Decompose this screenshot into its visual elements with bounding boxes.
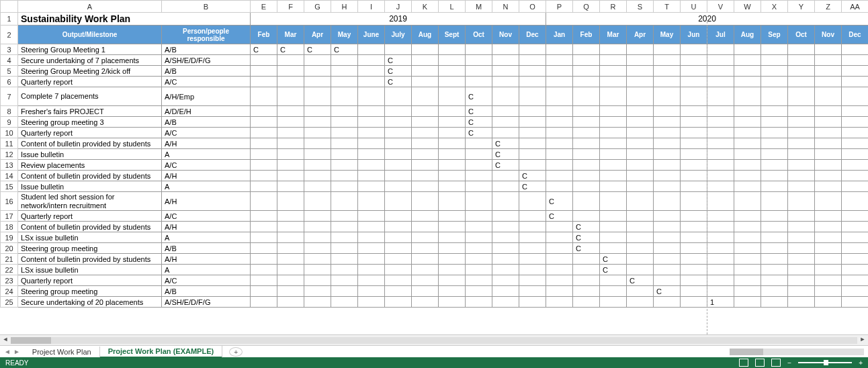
scroll-left-icon[interactable]: ◄ xyxy=(0,336,11,345)
output-cell[interactable]: Issue bulletin xyxy=(18,149,162,160)
month-cell[interactable] xyxy=(492,254,519,265)
month-cell[interactable] xyxy=(654,181,681,192)
month-cell[interactable] xyxy=(358,87,385,106)
month-cell[interactable] xyxy=(412,149,439,160)
month-cell[interactable] xyxy=(761,192,788,211)
month-cell[interactable] xyxy=(546,128,573,138)
month-cell[interactable] xyxy=(439,55,466,66)
output-cell[interactable]: Steering group meeting xyxy=(18,243,162,254)
select-all-cell[interactable] xyxy=(1,1,18,13)
month-cell[interactable] xyxy=(842,128,869,138)
month-cell[interactable] xyxy=(412,171,439,181)
month-cell[interactable] xyxy=(654,117,681,128)
page-title[interactable]: Sustainability Work Plan xyxy=(18,13,251,26)
month-cell[interactable] xyxy=(842,149,869,160)
month-cell[interactable] xyxy=(304,275,331,286)
month-cell[interactable] xyxy=(681,44,707,55)
month-cell[interactable] xyxy=(815,286,842,297)
month-cell[interactable] xyxy=(761,44,788,55)
month-cell[interactable] xyxy=(358,243,385,254)
output-cell[interactable]: Secure undertaking of 7 placements xyxy=(18,55,162,66)
month-cell[interactable] xyxy=(439,66,466,77)
month-cell[interactable]: C xyxy=(251,44,277,55)
month-cell[interactable] xyxy=(492,87,519,106)
month-cell[interactable] xyxy=(546,286,573,297)
month-cell[interactable] xyxy=(519,77,546,87)
month-cell[interactable] xyxy=(734,171,761,181)
month-cell[interactable] xyxy=(385,265,412,275)
month-cell[interactable] xyxy=(627,297,654,308)
month-cell[interactable] xyxy=(412,254,439,265)
month-cell[interactable] xyxy=(788,117,815,128)
output-cell[interactable]: Steering Group Meeting 1 xyxy=(18,44,162,55)
month-cell[interactable] xyxy=(412,77,439,87)
month-cell[interactable] xyxy=(815,66,842,77)
month-cell[interactable] xyxy=(707,254,734,265)
month-header[interactable]: Oct xyxy=(466,26,492,44)
month-cell[interactable] xyxy=(573,297,600,308)
month-cell[interactable] xyxy=(519,222,546,232)
month-cell[interactable] xyxy=(707,275,734,286)
month-cell[interactable] xyxy=(842,275,869,286)
month-cell[interactable] xyxy=(519,44,546,55)
month-cell[interactable] xyxy=(277,138,304,149)
month-cell[interactable] xyxy=(251,117,277,128)
column-header[interactable]: K xyxy=(412,1,439,13)
row-header[interactable]: 23 xyxy=(1,275,18,286)
month-cell[interactable] xyxy=(815,138,842,149)
month-cell[interactable] xyxy=(734,243,761,254)
month-cell[interactable] xyxy=(331,77,358,87)
month-cell[interactable] xyxy=(627,286,654,297)
column-header[interactable]: Q xyxy=(573,1,600,13)
month-header[interactable]: Apr xyxy=(627,26,654,44)
month-cell[interactable] xyxy=(277,128,304,138)
month-header[interactable]: Feb xyxy=(251,26,277,44)
row-header[interactable]: 6 xyxy=(1,77,18,87)
tab-nav-arrows[interactable]: ◄ ► xyxy=(0,348,24,355)
month-cell[interactable] xyxy=(761,286,788,297)
month-cell[interactable] xyxy=(277,181,304,192)
month-cell[interactable] xyxy=(600,297,627,308)
month-cell[interactable] xyxy=(385,171,412,181)
month-cell[interactable] xyxy=(573,106,600,117)
month-cell[interactable] xyxy=(627,44,654,55)
month-cell[interactable] xyxy=(842,117,869,128)
month-cell[interactable] xyxy=(439,128,466,138)
month-cell[interactable] xyxy=(788,286,815,297)
month-cell[interactable] xyxy=(304,55,331,66)
column-header[interactable]: R xyxy=(600,1,627,13)
month-cell[interactable] xyxy=(519,211,546,222)
month-cell[interactable] xyxy=(277,211,304,222)
month-cell[interactable] xyxy=(707,117,734,128)
month-cell[interactable] xyxy=(492,106,519,117)
month-cell[interactable] xyxy=(251,128,277,138)
month-cell[interactable] xyxy=(627,66,654,77)
month-cell[interactable] xyxy=(681,232,707,243)
month-cell[interactable] xyxy=(251,181,277,192)
month-cell[interactable] xyxy=(815,254,842,265)
month-cell[interactable] xyxy=(734,138,761,149)
month-header[interactable]: Dec xyxy=(842,26,869,44)
month-cell[interactable] xyxy=(734,254,761,265)
month-cell[interactable] xyxy=(412,106,439,117)
month-cell[interactable] xyxy=(734,286,761,297)
month-cell[interactable] xyxy=(546,265,573,275)
row-header[interactable]: 22 xyxy=(1,265,18,275)
month-cell[interactable] xyxy=(412,222,439,232)
month-cell[interactable] xyxy=(842,171,869,181)
month-cell[interactable] xyxy=(251,171,277,181)
month-cell[interactable] xyxy=(654,254,681,265)
month-cell[interactable] xyxy=(331,275,358,286)
month-cell[interactable] xyxy=(519,106,546,117)
month-cell[interactable] xyxy=(412,181,439,192)
month-cell[interactable] xyxy=(466,55,492,66)
month-cell[interactable] xyxy=(385,275,412,286)
month-cell[interactable] xyxy=(251,254,277,265)
row-header[interactable]: 25 xyxy=(1,297,18,308)
month-cell[interactable] xyxy=(707,232,734,243)
month-cell[interactable] xyxy=(546,138,573,149)
month-cell[interactable] xyxy=(251,297,277,308)
month-cell[interactable] xyxy=(627,192,654,211)
month-cell[interactable] xyxy=(627,232,654,243)
month-cell[interactable] xyxy=(815,87,842,106)
